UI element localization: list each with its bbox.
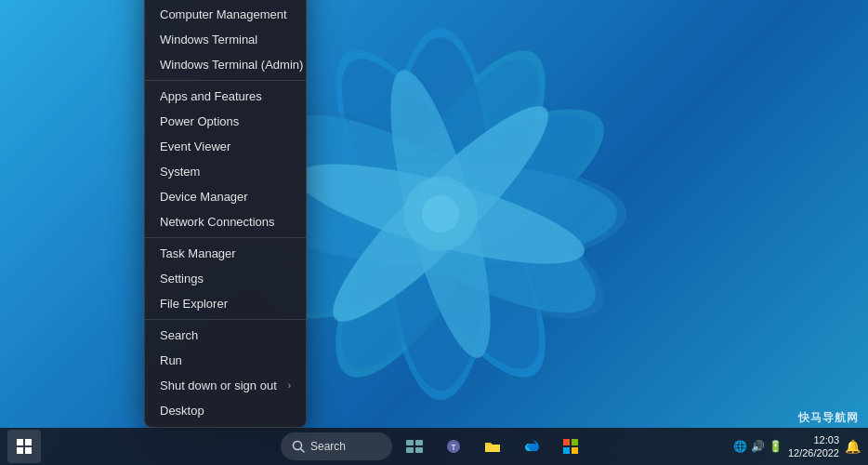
menu-item-windows-terminal[interactable]: Windows Terminal	[145, 27, 306, 52]
svg-rect-26	[406, 440, 414, 445]
menu-label-search: Search	[160, 328, 198, 342]
taskbar-center: Search T	[281, 430, 587, 463]
menu-item-event-viewer[interactable]: Event Viewer	[145, 134, 306, 159]
svg-rect-21	[25, 439, 32, 445]
network-tray-icon[interactable]: 🌐	[733, 440, 747, 453]
search-label: Search	[310, 440, 346, 453]
menu-item-desktop[interactable]: Desktop	[145, 398, 306, 423]
menu-separator-12	[145, 319, 306, 320]
menu-label-task-manager: Task Manager	[160, 246, 236, 260]
start-button[interactable]	[7, 430, 41, 463]
menu-label-power-options: Power Options	[160, 114, 239, 128]
task-view-button[interactable]	[398, 430, 431, 463]
svg-line-25	[301, 449, 305, 453]
svg-rect-33	[572, 439, 578, 445]
svg-rect-35	[572, 447, 578, 454]
menu-label-windows-terminal-admin: Windows Terminal (Admin)	[160, 58, 303, 72]
menu-item-task-manager[interactable]: Task Manager	[145, 241, 306, 266]
menu-item-computer-management[interactable]: Computer Management	[145, 2, 306, 27]
menu-label-event-viewer: Event Viewer	[160, 140, 230, 153]
svg-rect-23	[25, 447, 32, 454]
store-button[interactable]	[554, 430, 587, 463]
file-explorer-button[interactable]	[476, 430, 509, 463]
menu-label-desktop: Desktop	[160, 404, 204, 418]
menu-item-device-manager[interactable]: Device Manager	[145, 184, 306, 209]
svg-rect-34	[563, 447, 570, 454]
svg-text:T: T	[451, 443, 456, 452]
menu-item-apps-and-features[interactable]: Apps and Features	[145, 84, 306, 109]
notification-button[interactable]: 🔔	[845, 439, 861, 454]
menu-separator-9	[145, 237, 306, 238]
menu-label-run: Run	[160, 353, 182, 367]
menu-label-settings: Settings	[160, 272, 204, 286]
svg-rect-20	[17, 439, 23, 445]
edge-icon	[523, 438, 540, 455]
tray-icons: 🌐 🔊 🔋	[733, 440, 783, 453]
menu-item-settings[interactable]: Settings	[145, 266, 306, 291]
menu-label-apps-and-features: Apps and Features	[160, 89, 262, 103]
menu-item-search[interactable]: Search	[145, 323, 306, 348]
chat-icon: T	[445, 438, 462, 455]
menu-label-file-explorer: File Explorer	[160, 297, 228, 311]
menu-item-shut-down-sign-out[interactable]: Shut down or sign out›	[145, 373, 306, 398]
chat-button[interactable]: T	[437, 430, 470, 463]
svg-rect-29	[415, 447, 423, 453]
menu-item-network-connections[interactable]: Network Connections	[145, 209, 306, 234]
taskbar-search-bar[interactable]: Search	[281, 432, 392, 460]
task-view-icon	[406, 440, 423, 453]
svg-rect-28	[406, 447, 414, 453]
clock-time: 12:03	[813, 433, 839, 446]
menu-item-file-explorer[interactable]: File Explorer	[145, 291, 306, 316]
clock-date: 12/26/2022	[788, 446, 839, 459]
volume-tray-icon[interactable]: 🔊	[751, 440, 765, 453]
menu-label-device-manager: Device Manager	[160, 190, 248, 204]
search-icon	[292, 440, 305, 453]
clock[interactable]: 12:03 12/26/2022	[788, 433, 839, 460]
menu-item-windows-terminal-admin[interactable]: Windows Terminal (Admin)	[145, 52, 306, 77]
menu-separator-3	[145, 80, 306, 81]
menu-label-shut-down-sign-out: Shut down or sign out	[160, 379, 277, 392]
menu-arrow-shut-down-sign-out: ›	[288, 380, 291, 391]
context-menu: Disk ManagementComputer ManagementWindow…	[144, 0, 307, 428]
svg-rect-27	[415, 440, 423, 445]
battery-tray-icon[interactable]: 🔋	[769, 440, 783, 453]
menu-item-run[interactable]: Run	[145, 348, 306, 373]
edge-button[interactable]	[515, 430, 548, 463]
desktop: 快马导航网 Disk ManagementComputer Management…	[0, 0, 868, 465]
svg-point-19	[422, 195, 459, 232]
menu-label-computer-management: Computer Management	[160, 7, 287, 21]
menu-label-network-connections: Network Connections	[160, 215, 275, 229]
svg-rect-32	[563, 439, 570, 445]
file-explorer-icon	[484, 439, 501, 454]
svg-rect-22	[17, 447, 23, 454]
store-icon	[562, 438, 579, 455]
watermark: 快马导航网	[798, 410, 859, 426]
menu-item-power-options[interactable]: Power Options	[145, 109, 306, 134]
taskbar: Search T	[0, 428, 868, 465]
system-tray: 🌐 🔊 🔋 12:03 12/26/2022 🔔	[733, 433, 868, 460]
menu-label-windows-terminal: Windows Terminal	[160, 33, 257, 46]
menu-item-system[interactable]: System	[145, 159, 306, 184]
menu-label-system: System	[160, 165, 200, 179]
